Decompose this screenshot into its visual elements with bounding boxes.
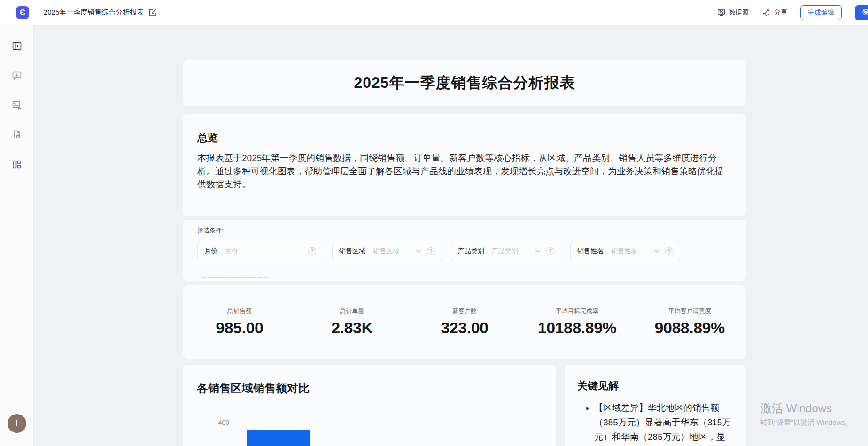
- filter-category-placeholder: 产品类别: [492, 247, 518, 255]
- comment-add-icon[interactable]: [11, 70, 23, 81]
- kpi-value: 10188.89%: [535, 319, 620, 337]
- filter-conditions-label: 筛选条件:: [197, 226, 732, 235]
- chevron-down-icon: [654, 249, 659, 253]
- dashboard-icon[interactable]: [11, 159, 23, 170]
- filter-sales-person[interactable]: 销售姓名 销售姓名 ?: [570, 241, 680, 261]
- insights-list: 【区域差异】华北地区的销售额（385万元）显著高于华东（315万元）和华南（28…: [577, 400, 734, 446]
- filter-region-placeholder: 销售区域: [373, 247, 399, 255]
- left-sidebar: I: [0, 25, 34, 446]
- app-logo[interactable]: Є: [16, 6, 29, 19]
- document-title: 2025年一季度销售综合分析报表: [44, 8, 144, 17]
- insights-heading: 关键见解: [577, 379, 734, 393]
- user-avatar[interactable]: I: [8, 414, 26, 433]
- finish-edit-button[interactable]: 完成编辑: [800, 5, 842, 20]
- share-nodes-icon: [762, 8, 771, 17]
- filter-card: 筛选条件: 月份 月份 ? 销售区域 销售区域 ?: [183, 219, 746, 281]
- chevron-down-icon: [416, 249, 421, 253]
- kpi-total-orders: 总订单量 2.83K: [296, 307, 409, 337]
- kpi-avg-satisfaction: 平均客户满意度 9088.89%: [633, 307, 746, 337]
- kpi-avg-target-completion: 平均目标完成率 10188.89%: [521, 307, 634, 337]
- kpi-label: 总销售额: [227, 307, 252, 315]
- add-filter-dashed-box[interactable]: [197, 277, 271, 281]
- filter-month-placeholder: 月份: [225, 247, 238, 255]
- share-label: 分享: [774, 8, 787, 17]
- data-source-label: 数据源: [729, 8, 749, 17]
- kpi-value: 2.83K: [331, 319, 372, 337]
- image-transfer-icon[interactable]: [11, 100, 23, 111]
- data-source-button[interactable]: 数据源: [717, 8, 749, 17]
- insight-bullet: 【区域差异】华北地区的销售额（385万元）显著高于华东（315万元）和华南（28…: [594, 400, 734, 446]
- document-transfer-icon[interactable]: [11, 129, 23, 140]
- kpi-value: 9088.89%: [655, 319, 725, 337]
- key-insights-card: 关键见解 【区域差异】华北地区的销售额（385万元）显著高于华东（315万元）和…: [565, 364, 746, 446]
- kpi-label: 总订单量: [340, 307, 364, 315]
- kpi-label: 新客户数: [452, 307, 477, 315]
- kpi-total-sales: 总销售额 985.00: [183, 307, 296, 337]
- filter-month[interactable]: 月份 月份 ?: [197, 241, 323, 261]
- kpi-new-customers: 新客户数 323.00: [408, 307, 521, 337]
- kpi-label: 平均客户满意度: [668, 307, 711, 315]
- question-circle-icon[interactable]: ?: [308, 247, 316, 255]
- collapse-panel-icon[interactable]: [11, 40, 23, 52]
- user-avatar-letter: I: [16, 419, 18, 428]
- chevron-down-icon: [535, 249, 541, 253]
- region-sales-chart-card: 各销售区域销售额对比 400: [183, 364, 557, 446]
- report-canvas: 2025年一季度销售综合分析报表 总览 本报表基于2025年第一季度的销售数据，…: [34, 25, 868, 446]
- gridline-400: [233, 423, 546, 423]
- filter-person-placeholder: 销售姓名: [611, 247, 637, 255]
- filter-month-name: 月份: [204, 247, 217, 255]
- report-title: 2025年一季度销售综合分析报表: [354, 73, 575, 93]
- kpi-label: 平均目标完成率: [556, 307, 598, 315]
- top-header: Є 2025年一季度销售综合分析报表 数据源: [0, 0, 868, 25]
- overview-body: 本报表基于2025年第一季度的销售数据，围绕销售额、订单量、新客户数等核心指标，…: [197, 152, 732, 191]
- overview-card: 总览 本报表基于2025年第一季度的销售数据，围绕销售额、订单量、新客户数等核心…: [183, 114, 746, 217]
- app-logo-letter: Є: [20, 8, 25, 17]
- question-circle-icon[interactable]: ?: [427, 247, 435, 255]
- filter-sales-region[interactable]: 销售区域 销售区域 ?: [332, 241, 442, 261]
- monitor-percent-icon: [717, 8, 726, 17]
- question-circle-icon[interactable]: ?: [546, 247, 554, 255]
- primary-save-button-clipped[interactable]: 保存: [855, 5, 868, 20]
- filter-person-name: 销售姓名: [577, 247, 604, 255]
- y-axis-tick-400: 400: [209, 419, 229, 426]
- kpi-value: 985.00: [216, 319, 263, 337]
- filter-region-name: 销售区域: [339, 247, 365, 255]
- filter-product-category[interactable]: 产品类别 产品类别 ?: [451, 241, 561, 261]
- watermark-line1: 激活 Windows: [760, 401, 852, 416]
- report-title-card: 2025年一季度销售综合分析报表: [183, 60, 746, 107]
- rename-edit-icon[interactable]: [148, 8, 157, 17]
- share-button[interactable]: 分享: [762, 8, 787, 17]
- windows-activation-watermark: 激活 Windows 转到“设置”以激活 Windows。: [760, 401, 852, 427]
- chart-title: 各销售区域销售额对比: [197, 381, 545, 396]
- bar-huabei[interactable]: [247, 430, 310, 446]
- watermark-line2: 转到“设置”以激活 Windows。: [760, 418, 852, 427]
- overview-heading: 总览: [197, 131, 732, 145]
- kpi-card: 总销售额 985.00 总订单量 2.83K 新客户数 323.00 平均目标完…: [183, 285, 746, 359]
- question-circle-icon[interactable]: ?: [665, 247, 673, 255]
- filter-category-name: 产品类别: [458, 247, 484, 255]
- kpi-value: 323.00: [441, 319, 488, 337]
